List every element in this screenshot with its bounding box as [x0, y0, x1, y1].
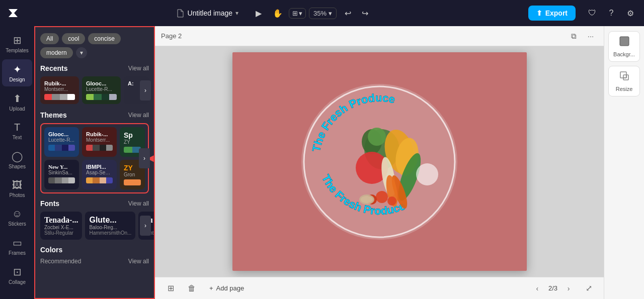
sidebar-item-stickers[interactable]: ☺ Stickers — [2, 204, 32, 231]
fonts-next-button[interactable]: › — [140, 216, 151, 236]
canvas-more-icon[interactable]: ··· — [584, 29, 598, 43]
layout-icon: ⊞ — [292, 10, 298, 17]
recent-card-2[interactable]: Glooc... Lucette-R... — [82, 76, 121, 104]
filter-concise[interactable]: concise — [88, 33, 121, 44]
sidebar-item-photos[interactable]: 🖼 Photos — [2, 175, 32, 202]
filter-cool[interactable]: cool — [62, 33, 85, 44]
background-panel-item[interactable]: Backgr... — [608, 31, 640, 62]
font-name-2: Baloo-Reg... — [89, 225, 131, 230]
filter-all[interactable]: All — [40, 33, 59, 44]
redo-button[interactable]: ↪ — [357, 5, 373, 21]
shapes-icon: ◯ — [12, 150, 23, 162]
page-settings-icon[interactable]: ⊞ — [163, 281, 178, 296]
canvas-icons: ⧉ ··· — [567, 29, 598, 43]
font-card-1[interactable]: Tenada-... Zocbei X-E... Stilu-Regular — [40, 212, 82, 240]
add-page-icon: + — [209, 284, 213, 292]
sidebar-item-templates[interactable]: ⊞ Templates — [2, 30, 32, 57]
svg-point-19 — [361, 196, 373, 203]
pointer-tool-button[interactable]: ▶ — [251, 5, 267, 21]
sidebar-label-collage: Collage — [9, 279, 26, 285]
design-icon: ✦ — [13, 63, 22, 75]
recents-section-header: Recents View all — [40, 64, 149, 72]
page-nav: ‹ 2/3 › — [530, 281, 576, 295]
sidebar-label-stickers: Stickers — [8, 221, 26, 227]
file-chevron-icon: ▾ — [235, 10, 238, 17]
sidebar-item-collage[interactable]: ⊡ Collage — [2, 262, 32, 289]
themes-next-button[interactable]: › — [139, 148, 150, 168]
svg-rect-24 — [623, 75, 628, 80]
font-display-1: Tenada-... — [44, 216, 78, 225]
font-card-2[interactable]: Glute... Baloo-Reg... HammersmithOn... — [85, 212, 135, 240]
svg-point-15 — [376, 191, 388, 203]
themes-view-all[interactable]: View all — [128, 112, 149, 119]
recent-font3: Glooc... — [86, 80, 117, 86]
layout-tool-group[interactable]: ⊞ ▾ — [289, 8, 306, 19]
theme-card-4[interactable]: New Y... SinkinSa... — [44, 160, 79, 189]
sidebar-item-design[interactable]: ✦ Design — [2, 59, 32, 86]
settings-icon[interactable]: ⚙ — [623, 6, 638, 21]
sidebar-item-text[interactable]: T Text — [2, 118, 32, 144]
recents-view-all[interactable]: View all — [128, 65, 149, 72]
theme-card-2[interactable]: Rubik-... Montserr... — [82, 127, 117, 157]
hand-tool-button[interactable]: ✋ — [270, 5, 286, 21]
text-icon: T — [14, 122, 20, 133]
theme-card-5[interactable]: IBMPl... Asap-SemiB... — [82, 160, 117, 189]
background-icon — [619, 36, 630, 49]
theme-font-1: Glooc... — [48, 131, 75, 137]
sidebar-item-shapes[interactable]: ◯ Shapes — [2, 146, 32, 173]
font-display-2: Glute... — [89, 216, 131, 225]
fonts-section-header: Fonts View all — [40, 200, 149, 208]
sidebar-item-upload[interactable]: ⬆ Upload — [2, 88, 32, 116]
recent-card-1[interactable]: Rubik-... Montserr... — [40, 76, 79, 104]
sidebar-icons: ⊞ Templates ✦ Design ⬆ Upload T Text ◯ S… — [0, 26, 34, 299]
recent-font4: Lucette-R... — [86, 86, 117, 92]
theme-font-2b: Montserr... — [86, 137, 113, 143]
add-page-label: Add page — [216, 284, 245, 292]
sidebar-item-frames[interactable]: ▭ Frames — [2, 233, 32, 260]
svg-point-6 — [368, 128, 386, 146]
topbar-center: Untitled image ▾ ▶ ✋ ⊞ ▾ 35% ▾ ↩ ↪ — [25, 5, 523, 21]
file-title-area[interactable]: Untitled image ▾ — [176, 9, 239, 18]
fonts-view-all[interactable]: View all — [128, 200, 149, 207]
colors-view-all[interactable]: View all — [128, 258, 149, 265]
file-icon — [176, 9, 185, 18]
canvas-footer: ⊞ 🗑 + Add page ‹ 2/3 › ⤢ — [155, 277, 604, 299]
help-icon[interactable]: ? — [604, 6, 619, 21]
canvas-page: The Fresh Produce The Fresh Produce — [232, 52, 527, 271]
templates-icon: ⊞ — [13, 34, 22, 46]
sidebar-item-more[interactable]: ··· — [2, 291, 32, 299]
main-layout: ⊞ Templates ✦ Design ⬆ Upload T Text ◯ S… — [0, 26, 644, 299]
add-page-button[interactable]: + Add page — [205, 282, 248, 294]
more-icon: ··· — [14, 295, 20, 299]
export-button[interactable]: ⬆ Export — [528, 6, 576, 21]
font-sub-2: HammersmithOn... — [89, 230, 131, 236]
theme-font-2: Rubik-... — [86, 131, 113, 137]
photos-icon: 🖼 — [12, 179, 22, 191]
fonts-title: Fonts — [40, 200, 59, 208]
theme-font-4: New Y... — [48, 164, 75, 170]
topbar-tools: ▶ ✋ ⊞ ▾ 35% ▾ ↩ ↪ — [251, 5, 373, 21]
file-title: Untitled image — [188, 9, 233, 17]
prev-page-button[interactable]: ‹ — [530, 281, 544, 295]
filter-more-button[interactable]: ▾ — [76, 47, 87, 58]
recent-font1: Rubik-... — [44, 80, 75, 86]
page-delete-icon[interactable]: 🗑 — [184, 281, 199, 296]
sidebar-label-frames: Frames — [9, 250, 26, 256]
resize-icon — [619, 70, 630, 84]
zoom-level: 35% — [313, 10, 327, 17]
undo-button[interactable]: ↩ — [340, 5, 356, 21]
shield-icon[interactable]: 🛡 — [585, 6, 600, 21]
topbar-right: 🛡 ? ⚙ — [585, 6, 638, 21]
canvas-copy-icon[interactable]: ⧉ — [567, 29, 581, 43]
colors-recommended-label: Recommended — [40, 258, 81, 265]
resize-label: Resize — [616, 86, 633, 92]
filter-modern[interactable]: modern — [40, 47, 73, 58]
resize-panel-item[interactable]: Resize — [608, 66, 640, 96]
logo-svg: The Fresh Produce The Fresh Produce — [294, 76, 465, 247]
recents-next-button[interactable]: › — [140, 80, 151, 101]
theme-card-1[interactable]: Glooc... Lucette-R... — [44, 127, 79, 157]
next-page-button[interactable]: › — [561, 281, 576, 295]
themes-grid: Glooc... Lucette-R... Rubik-... Montse — [40, 123, 149, 193]
zoom-control[interactable]: 35% ▾ — [309, 8, 337, 19]
expand-icon[interactable]: ⤢ — [582, 281, 596, 295]
